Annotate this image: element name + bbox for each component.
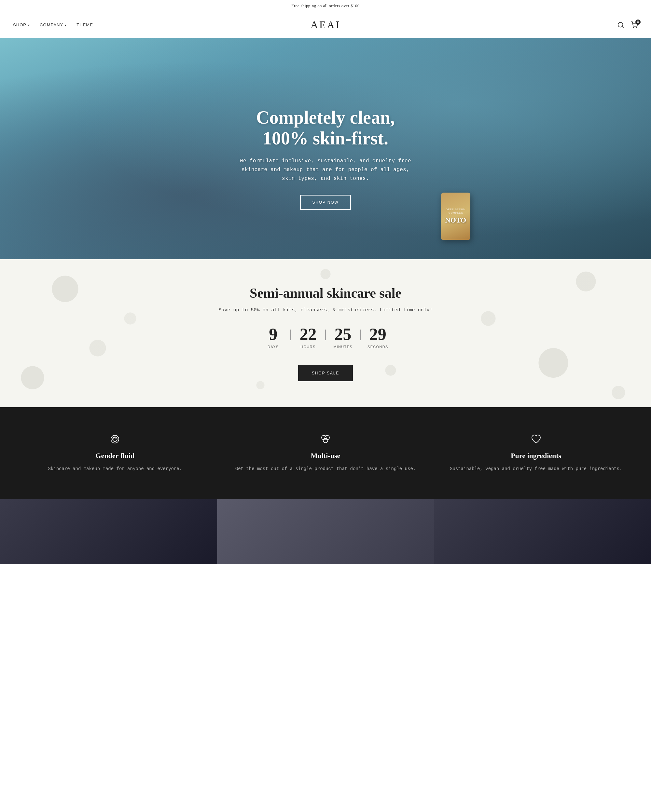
- svg-point-6: [114, 437, 116, 438]
- separator-3: |: [356, 328, 365, 340]
- countdown-hours: 22 HOURS: [295, 326, 321, 349]
- seconds-label: SECONDS: [365, 345, 391, 349]
- chevron-down-icon: ▾: [65, 23, 67, 27]
- hero-product-bottle: DEEP SERUMCOMPLEX NOTO: [441, 192, 470, 240]
- search-icon: [617, 21, 624, 29]
- hero-title: Completely clean, 100% skin-first.: [238, 107, 413, 149]
- countdown-timer: 9 DAYS | 22 HOURS | 25 MINUTES | 29 SECO…: [13, 326, 638, 349]
- chevron-down-icon: ▾: [28, 23, 30, 27]
- nav-right: 0: [617, 21, 638, 29]
- site-logo[interactable]: AEAI: [310, 19, 341, 31]
- svg-point-3: [636, 27, 637, 28]
- preview-right[interactable]: [434, 499, 651, 564]
- heart-icon: [440, 433, 631, 445]
- header: SHOP ▾ COMPANY ▾ THEME AEAI 0: [0, 12, 651, 38]
- feature-gender-fluid-title: Gender fluid: [20, 452, 211, 460]
- feature-multi-use-desc: Get the most out of a single product tha…: [230, 465, 421, 473]
- minutes-value: 25: [330, 326, 356, 343]
- ring-icon: [20, 433, 211, 445]
- feature-pure-ingredients: Pure ingredients Sustainable, vegan and …: [440, 433, 631, 473]
- nav-shop-label: SHOP: [13, 23, 26, 27]
- feature-gender-fluid: Gender fluid Skincare and makeup made fo…: [20, 433, 211, 473]
- hours-label: HOURS: [295, 345, 321, 349]
- feature-pure-ingredients-title: Pure ingredients: [440, 452, 631, 460]
- nav-theme[interactable]: THEME: [76, 23, 93, 27]
- product-sub-text: DEEP SERUMCOMPLEX: [446, 208, 466, 215]
- cart-button[interactable]: 0: [631, 21, 638, 29]
- minutes-label: MINUTES: [330, 345, 356, 349]
- product-brand-text: NOTO: [445, 216, 466, 224]
- sale-cta-button[interactable]: SHOP SALE: [298, 365, 353, 381]
- hero-content: Completely clean, 100% skin-first. We fo…: [228, 107, 423, 210]
- nav-company-label: COMPANY: [40, 23, 63, 27]
- sale-description: Save up to 50% on all kits, cleansers, &…: [13, 307, 638, 313]
- svg-line-1: [622, 26, 623, 27]
- cart-count: 0: [636, 20, 640, 25]
- days-label: DAYS: [260, 345, 286, 349]
- separator-1: |: [286, 328, 295, 340]
- countdown-seconds: 29 SECONDS: [365, 326, 391, 349]
- feature-gender-fluid-desc: Skincare and makeup made for anyone and …: [20, 465, 211, 473]
- hours-value: 22: [295, 326, 321, 343]
- svg-point-2: [633, 27, 634, 28]
- days-value: 9: [260, 326, 286, 343]
- hero-section: DEEP SERUMCOMPLEX NOTO Completely clean,…: [0, 38, 651, 259]
- feature-multi-use-title: Multi-use: [230, 452, 421, 460]
- sale-section: Semi-annual skincare sale Save up to 50%…: [0, 259, 651, 407]
- countdown-minutes: 25 MINUTES: [330, 326, 356, 349]
- separator-2: |: [321, 328, 330, 340]
- features-section: Gender fluid Skincare and makeup made fo…: [0, 407, 651, 499]
- hero-description: We formulate inclusive, sustainable, and…: [238, 157, 413, 183]
- nav-shop[interactable]: SHOP ▾: [13, 23, 30, 27]
- countdown-days: 9 DAYS: [260, 326, 286, 349]
- search-button[interactable]: [617, 21, 624, 29]
- nav-left: SHOP ▾ COMPANY ▾ THEME: [13, 23, 93, 27]
- preview-left[interactable]: [0, 499, 217, 564]
- svg-point-4: [111, 435, 119, 443]
- hero-cta-button[interactable]: SHOP NOW: [300, 195, 351, 210]
- sale-title: Semi-annual skincare sale: [13, 285, 638, 301]
- nav-theme-label: THEME: [76, 23, 93, 27]
- previews-section: [0, 499, 651, 564]
- preview-center[interactable]: [217, 499, 434, 564]
- announcement-text: Free shipping on all orders over $100: [291, 3, 359, 8]
- nav-company[interactable]: COMPANY ▾: [40, 23, 67, 27]
- multiuse-icon: [230, 433, 421, 445]
- feature-multi-use: Multi-use Get the most out of a single p…: [230, 433, 421, 473]
- announcement-bar: Free shipping on all orders over $100: [0, 0, 651, 12]
- seconds-value: 29: [365, 326, 391, 343]
- feature-pure-ingredients-desc: Sustainable, vegan and cruelty free made…: [440, 465, 631, 473]
